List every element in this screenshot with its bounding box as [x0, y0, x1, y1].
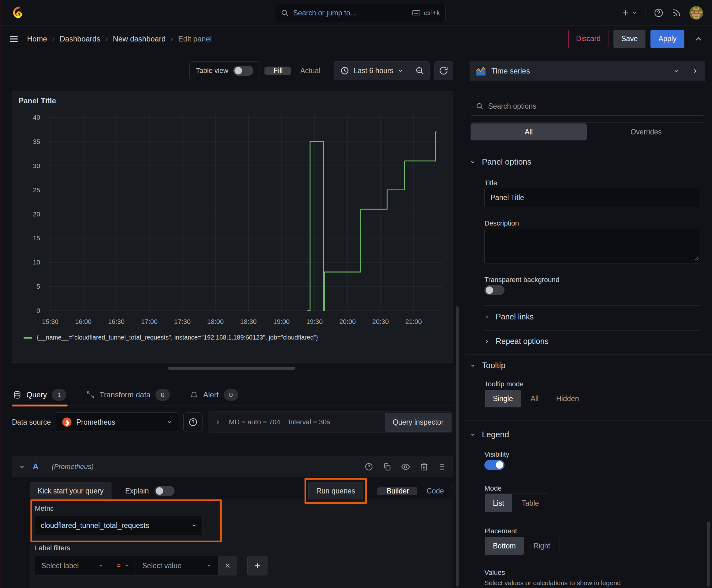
tooltip-hidden-option[interactable]: Hidden	[548, 390, 587, 407]
operator-dropdown[interactable]: =	[110, 556, 136, 575]
placement-bottom-option[interactable]: Bottom	[485, 537, 524, 555]
datasource-picker[interactable]: Prometheus	[56, 413, 178, 432]
legend-heading-label: Legend	[482, 430, 509, 439]
panel-links-section[interactable]: Panel links	[484, 312, 534, 321]
help-button[interactable]	[654, 8, 664, 18]
plus-icon	[253, 562, 261, 570]
legend-visibility-toggle[interactable]	[484, 460, 504, 470]
search-input[interactable]	[293, 9, 408, 17]
time-range-picker[interactable]: Last 6 hours	[334, 62, 410, 80]
query-inspector-button[interactable]: Query inspector	[385, 413, 451, 432]
screen-edge	[0, 0, 2, 588]
legend-heading[interactable]: Legend	[470, 430, 509, 439]
svg-text:25: 25	[33, 186, 40, 193]
description-input[interactable]	[489, 232, 696, 260]
hide-query-icon[interactable]	[401, 462, 410, 471]
chevron-right-icon	[215, 419, 221, 425]
tooltip-all-option[interactable]: All	[522, 390, 547, 407]
scrollbar-thumb[interactable]	[707, 521, 710, 587]
clock-icon	[340, 66, 349, 75]
description-field[interactable]	[484, 229, 700, 264]
tooltip-single-option[interactable]: Single	[485, 390, 521, 407]
datasource-help-button[interactable]	[184, 413, 203, 432]
add-menu-button[interactable]	[621, 8, 637, 17]
refresh-button[interactable]	[434, 61, 453, 80]
kick-start-button[interactable]: Kick start your query	[30, 482, 111, 500]
chevron-down-icon	[125, 563, 129, 568]
apply-button[interactable]: Apply	[650, 30, 684, 48]
options-search-input[interactable]	[488, 102, 699, 110]
tab-query[interactable]: Query 1	[12, 384, 67, 406]
breadcrumb-new-dashboard[interactable]: New dashboard	[113, 35, 166, 43]
visibility-label: Visibility	[484, 450, 509, 459]
options-search[interactable]	[470, 97, 705, 115]
legend-table-option[interactable]: Table	[514, 494, 547, 512]
transparent-background-toggle[interactable]	[484, 285, 504, 295]
duplicate-query-icon[interactable]	[383, 462, 391, 471]
timeseries-panel[interactable]: Panel Title 051015202530354015:3016:0016…	[12, 91, 453, 363]
panel-title-input[interactable]	[490, 193, 694, 202]
select-label-dropdown[interactable]: Select label	[35, 556, 110, 575]
select-value-dropdown[interactable]: Select value	[136, 556, 218, 575]
query-row-header[interactable]: A (Prometheus)	[12, 456, 453, 477]
tab-transform-data[interactable]: Transform data 0	[85, 384, 171, 406]
metric-select[interactable]: cloudflared_tunnel_total_requests	[35, 516, 203, 535]
divider	[645, 7, 645, 19]
chevron-down-icon	[470, 159, 476, 165]
breadcrumb-home[interactable]: Home	[27, 35, 47, 43]
help-circle-icon[interactable]	[365, 462, 373, 471]
datasource-label: Data source	[12, 418, 51, 426]
description-label: Description	[484, 219, 519, 227]
scope-overrides-option[interactable]: Overrides	[588, 123, 704, 141]
panel-options-heading[interactable]: Panel options	[470, 157, 532, 167]
run-queries-wrap: Run queries	[308, 482, 363, 500]
collapse-header-button[interactable]	[694, 34, 703, 44]
alert-count-badge: 0	[224, 389, 238, 401]
repeat-options-section[interactable]: Repeat options	[484, 337, 548, 346]
hamburger-menu-icon[interactable]	[9, 34, 19, 44]
remove-filter-button[interactable]	[218, 556, 237, 575]
scrollbar-thumb[interactable]	[456, 306, 459, 587]
zoom-out-button[interactable]	[410, 62, 429, 80]
svg-text:20:30: 20:30	[372, 318, 389, 325]
code-option[interactable]: Code	[418, 487, 452, 495]
tooltip-heading[interactable]: Tooltip	[470, 361, 505, 370]
tab-alert[interactable]: Alert 0	[189, 384, 239, 406]
transparent-background-label: Transparent background	[484, 276, 559, 284]
save-button[interactable]: Save	[613, 30, 645, 48]
builder-option[interactable]: Builder	[378, 487, 417, 495]
scope-all-option[interactable]: All	[471, 123, 587, 141]
run-queries-button[interactable]: Run queries	[308, 482, 363, 500]
explain-toggle[interactable]	[154, 486, 175, 496]
visualization-picker-row: Time series	[470, 61, 705, 81]
table-view-control: Table view	[189, 61, 260, 80]
add-filter-button[interactable]	[247, 556, 267, 575]
panel-resize-handle[interactable]	[168, 367, 295, 370]
fill-option[interactable]: Fill	[265, 67, 291, 75]
interval-stat: Interval = 30s	[288, 418, 330, 426]
delete-query-icon[interactable]	[420, 462, 429, 471]
drag-handle-icon[interactable]	[438, 463, 446, 471]
breadcrumb-dashboards[interactable]: Dashboards	[60, 35, 100, 43]
search-box[interactable]: ctrl+k	[275, 4, 446, 22]
legend-list-option[interactable]: List	[485, 494, 512, 512]
grafana-logo-icon[interactable]	[11, 5, 26, 20]
placement-right-option[interactable]: Right	[525, 537, 559, 555]
chevron-down-icon	[19, 464, 25, 470]
table-view-toggle[interactable]	[233, 66, 253, 76]
legend-placement-switch: Bottom Right	[484, 536, 559, 556]
metric-label: Metric	[35, 504, 203, 512]
panel-title-field[interactable]	[484, 188, 700, 207]
news-broadcast-icon[interactable]	[672, 8, 681, 18]
timeseries-chart[interactable]: 051015202530354015:3016:0016:3017:0017:3…	[19, 110, 446, 333]
resize-corner-icon[interactable]	[694, 254, 699, 262]
discard-button[interactable]: Discard	[568, 30, 608, 48]
toggle-viz-picker-button[interactable]	[685, 61, 705, 81]
visualization-picker[interactable]: Time series	[470, 61, 685, 81]
tab-alert-label: Alert	[203, 391, 218, 399]
avatar[interactable]	[689, 6, 703, 20]
actual-option[interactable]: Actual	[292, 67, 328, 75]
query-count-badge: 1	[52, 389, 66, 401]
chart-legend[interactable]: {__name__="cloudflared_tunnel_total_requ…	[24, 334, 318, 341]
svg-text:17:00: 17:00	[141, 318, 157, 325]
